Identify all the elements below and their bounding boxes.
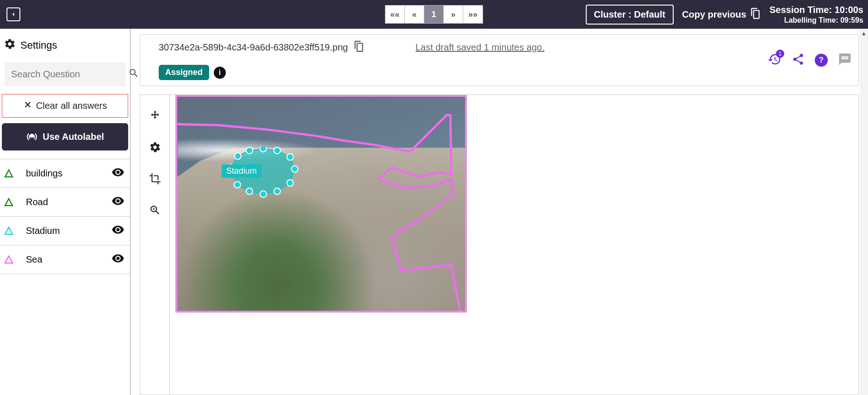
svg-point-13 bbox=[274, 188, 280, 194]
triangle-icon bbox=[4, 197, 14, 207]
visibility-toggle[interactable] bbox=[112, 166, 124, 181]
cluster-button[interactable]: Cluster : Default bbox=[586, 5, 674, 25]
search-box[interactable] bbox=[5, 62, 125, 87]
topbar: «« « 1 » »» Cluster : Default Copy previ… bbox=[0, 0, 868, 29]
svg-point-15 bbox=[246, 188, 253, 194]
pager-last[interactable]: »» bbox=[463, 6, 483, 23]
svg-point-8 bbox=[260, 147, 267, 152]
svg-marker-0 bbox=[5, 170, 12, 177]
svg-point-14 bbox=[260, 191, 267, 197]
vertical-scrollbar[interactable]: ▲ bbox=[860, 29, 868, 395]
class-name: Road bbox=[26, 197, 112, 207]
file-name: 30734e2a-589b-4c34-9a6d-63802e3ff519.png bbox=[159, 42, 348, 53]
session-time-label: Session Time: bbox=[769, 5, 832, 15]
search-input[interactable] bbox=[11, 69, 128, 80]
tool-strip bbox=[140, 94, 169, 395]
labelling-time-value: 09:59s bbox=[840, 16, 863, 24]
clear-all-label: Clear all answers bbox=[36, 100, 107, 111]
main-area: 30734e2a-589b-4c34-9a6d-63802e3ff519.png… bbox=[130, 29, 868, 395]
svg-point-6 bbox=[235, 153, 241, 159]
info-icon[interactable]: i bbox=[214, 67, 226, 79]
visibility-toggle[interactable] bbox=[112, 223, 124, 238]
draft-saved-link[interactable]: Last draft saved 1 minutes ago. bbox=[415, 42, 545, 53]
history-badge-count: 1 bbox=[776, 50, 784, 58]
gear-icon bbox=[4, 38, 16, 53]
comment-button[interactable] bbox=[838, 52, 852, 68]
file-bar: 30734e2a-589b-4c34-9a6d-63802e3ff519.png… bbox=[140, 34, 859, 86]
copy-previous-label: Copy previous bbox=[682, 9, 746, 20]
history-button[interactable]: 1 bbox=[768, 52, 781, 68]
settings-label: Settings bbox=[20, 39, 57, 51]
triangle-icon bbox=[4, 226, 14, 236]
crop-tool[interactable] bbox=[148, 172, 162, 186]
app-logo-button[interactable] bbox=[6, 7, 20, 21]
visibility-toggle[interactable] bbox=[112, 194, 124, 210]
sidebar: Settings Clear all answers Use Autolabel… bbox=[0, 29, 130, 395]
labelling-time-label: Labelling Time: bbox=[784, 16, 838, 24]
visibility-toggle[interactable] bbox=[112, 252, 124, 267]
svg-marker-2 bbox=[5, 227, 12, 234]
pager: «« « 1 » »» bbox=[385, 5, 483, 24]
svg-point-10 bbox=[287, 154, 293, 160]
copy-filename-button[interactable] bbox=[353, 40, 365, 55]
svg-point-7 bbox=[246, 147, 253, 154]
close-icon bbox=[23, 100, 32, 112]
broadcast-icon bbox=[26, 130, 38, 144]
timers: Session Time: 10:00s Labelling Time: 09:… bbox=[769, 5, 863, 25]
class-name: Stadium bbox=[26, 226, 112, 236]
class-item-sea[interactable]: Sea bbox=[0, 245, 130, 274]
copy-icon bbox=[749, 7, 761, 22]
svg-point-9 bbox=[274, 147, 280, 154]
svg-point-16 bbox=[234, 182, 241, 188]
class-name: Sea bbox=[26, 254, 112, 265]
svg-marker-3 bbox=[5, 256, 12, 263]
clear-all-button[interactable]: Clear all answers bbox=[2, 94, 128, 118]
autolabel-button[interactable]: Use Autolabel bbox=[2, 123, 128, 150]
triangle-icon bbox=[4, 255, 14, 265]
pager-next[interactable]: » bbox=[444, 6, 463, 23]
help-button[interactable]: ? bbox=[815, 54, 828, 67]
class-item-road[interactable]: Road bbox=[0, 188, 130, 217]
share-button[interactable] bbox=[792, 53, 805, 68]
class-list: buildingsRoadStadiumSea bbox=[0, 159, 130, 274]
class-name: buildings bbox=[26, 168, 112, 179]
svg-point-12 bbox=[287, 180, 293, 186]
satellite-backdrop bbox=[177, 97, 465, 311]
file-actions: 1 ? bbox=[768, 52, 852, 68]
class-item-stadium[interactable]: Stadium bbox=[0, 217, 130, 245]
pager-current[interactable]: 1 bbox=[424, 6, 444, 23]
pager-prev[interactable]: « bbox=[405, 6, 424, 23]
stadium-annotation-label: Stadium bbox=[222, 164, 261, 178]
zoom-tool[interactable] bbox=[148, 203, 162, 217]
scroll-up-icon: ▲ bbox=[860, 29, 868, 38]
svg-marker-1 bbox=[5, 199, 12, 206]
pager-first[interactable]: «« bbox=[385, 6, 405, 23]
copy-previous-button[interactable]: Copy previous bbox=[682, 7, 761, 22]
annotated-image[interactable]: Stadium bbox=[175, 95, 467, 313]
class-item-buildings[interactable]: buildings bbox=[0, 159, 130, 188]
svg-point-11 bbox=[291, 166, 298, 172]
triangle-icon bbox=[4, 169, 14, 179]
autolabel-label: Use Autolabel bbox=[43, 132, 104, 142]
settings-heading: Settings bbox=[0, 38, 130, 62]
settings-tool[interactable] bbox=[148, 140, 162, 154]
session-time-value: 10:00s bbox=[835, 5, 863, 15]
status-badge: Assigned bbox=[159, 65, 209, 80]
image-canvas[interactable]: Stadium bbox=[169, 94, 859, 395]
move-tool[interactable] bbox=[148, 109, 162, 123]
